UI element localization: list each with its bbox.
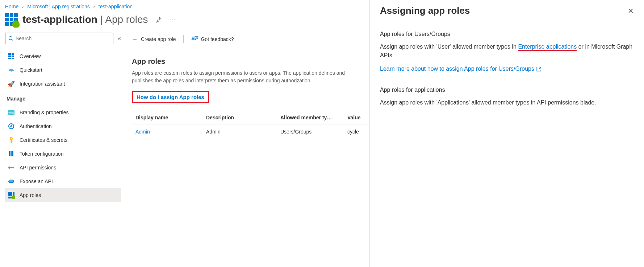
sidebar-item-api-permissions[interactable]: API permissions bbox=[5, 161, 121, 174]
assigning-app-roles-panel: Assigning app roles ✕ App roles for User… bbox=[369, 0, 644, 267]
api-permissions-icon bbox=[8, 164, 14, 171]
svg-rect-3 bbox=[12, 53, 14, 55]
breadcrumb-home[interactable]: Home bbox=[5, 4, 18, 9]
search-icon bbox=[8, 36, 13, 41]
svg-rect-6 bbox=[8, 58, 11, 59]
sidebar-item-label: Integration assistant bbox=[20, 81, 65, 87]
search-input[interactable] bbox=[16, 36, 110, 41]
chevron-right-icon: › bbox=[93, 4, 95, 9]
svg-marker-21 bbox=[13, 166, 14, 169]
svg-rect-4 bbox=[8, 56, 11, 57]
breadcrumb-current-app[interactable]: test-application bbox=[99, 4, 133, 9]
enterprise-applications-link[interactable]: Enterprise applications bbox=[518, 44, 577, 51]
sidebar-item-overview[interactable]: Overview bbox=[5, 49, 121, 63]
how-to-assign-link-highlight: How do I assign App roles bbox=[132, 91, 209, 103]
toolbar-label: Got feedback? bbox=[201, 36, 234, 42]
toolbar-label: Create app role bbox=[141, 36, 176, 42]
sidebar-item-branding[interactable]: www Branding & properties bbox=[5, 106, 121, 119]
svg-rect-7 bbox=[12, 58, 14, 59]
svg-line-1 bbox=[12, 40, 13, 41]
svg-rect-16 bbox=[9, 151, 10, 156]
sidebar-item-label: Branding & properties bbox=[20, 110, 68, 115]
rocket-icon: 🚀 bbox=[8, 81, 14, 87]
app-roles-icon bbox=[8, 192, 14, 198]
search-input-wrapper[interactable] bbox=[5, 33, 113, 44]
sidebar-item-authentication[interactable]: Authentication bbox=[5, 119, 121, 133]
sidebar: « Overview Quickstart 🚀 Integration assi… bbox=[0, 33, 123, 202]
breadcrumb-app-registrations[interactable]: Microsoft | App registrations bbox=[27, 4, 89, 9]
panel-section-users-groups-desc: Assign app roles with 'User' allowed mem… bbox=[380, 42, 634, 60]
section-description: App roles are custom roles to assign per… bbox=[132, 69, 364, 85]
sidebar-item-token-config[interactable]: Token configuration bbox=[5, 147, 121, 161]
collapse-sidebar-icon[interactable]: « bbox=[118, 35, 121, 42]
close-icon[interactable]: ✕ bbox=[628, 7, 634, 15]
sidebar-item-label: App roles bbox=[20, 192, 41, 198]
column-description[interactable]: Description bbox=[202, 111, 277, 124]
feedback-button[interactable]: ? Got feedback? bbox=[191, 36, 234, 42]
sidebar-item-quickstart[interactable]: Quickstart bbox=[5, 63, 121, 77]
chevron-right-icon: › bbox=[22, 4, 24, 9]
row-description: Admin bbox=[202, 124, 277, 139]
panel-section-applications-heading: App roles for applications bbox=[380, 87, 634, 93]
branding-icon: www bbox=[8, 109, 14, 116]
svg-line-26 bbox=[539, 67, 541, 69]
svg-marker-11 bbox=[11, 124, 12, 126]
column-display-name[interactable]: Display name bbox=[132, 111, 202, 124]
row-display-name-link[interactable]: Admin bbox=[135, 129, 150, 135]
token-icon bbox=[8, 151, 14, 157]
row-allowed-types: Users/Groups bbox=[277, 124, 344, 139]
more-icon[interactable]: ⋯ bbox=[169, 16, 176, 24]
sidebar-item-integration-assistant[interactable]: 🚀 Integration assistant bbox=[5, 77, 121, 91]
key-icon bbox=[8, 137, 14, 143]
panel-section-applications-desc: Assign app roles with 'Applications' all… bbox=[380, 98, 634, 107]
learn-more-users-groups-link[interactable]: Learn more about how to assign App roles… bbox=[380, 66, 541, 72]
column-allowed-member-types[interactable]: Allowed member ty… bbox=[277, 111, 344, 124]
authentication-icon bbox=[8, 123, 14, 130]
app-icon bbox=[5, 13, 18, 26]
page-title-suffix: | App roles bbox=[97, 14, 148, 25]
sidebar-item-label: Overview bbox=[20, 53, 41, 59]
sidebar-item-certificates[interactable]: Certificates & secrets bbox=[5, 133, 121, 147]
external-link-icon bbox=[536, 67, 541, 71]
sidebar-item-label: Certificates & secrets bbox=[20, 137, 67, 143]
sidebar-item-label: Expose an API bbox=[20, 178, 53, 184]
panel-title: Assigning app roles bbox=[380, 5, 470, 16]
toolbar-divider bbox=[183, 35, 184, 43]
svg-rect-5 bbox=[12, 56, 14, 57]
sidebar-section-manage: Manage bbox=[5, 91, 121, 104]
svg-point-0 bbox=[9, 37, 12, 40]
feedback-icon: ? bbox=[191, 36, 198, 42]
quickstart-icon bbox=[8, 67, 14, 73]
sidebar-item-label: Token configuration bbox=[20, 151, 63, 157]
svg-text:www: www bbox=[8, 111, 14, 114]
svg-rect-18 bbox=[12, 151, 13, 156]
create-app-role-button[interactable]: ＋ Create app role bbox=[132, 35, 176, 43]
overview-icon bbox=[8, 53, 14, 59]
sidebar-item-label: Quickstart bbox=[20, 67, 42, 73]
expose-api-icon bbox=[8, 178, 14, 185]
svg-point-23 bbox=[9, 180, 13, 182]
panel-section-users-groups-heading: App roles for Users/Groups bbox=[380, 31, 634, 37]
app-name: test-application bbox=[22, 14, 97, 25]
sidebar-item-app-roles[interactable]: App roles bbox=[5, 188, 121, 202]
how-to-assign-link[interactable]: How do I assign App roles bbox=[137, 94, 204, 100]
pin-icon[interactable] bbox=[155, 16, 162, 23]
sidebar-item-label: Authentication bbox=[20, 123, 52, 129]
plus-icon: ＋ bbox=[132, 35, 138, 43]
svg-rect-2 bbox=[8, 53, 11, 55]
svg-point-13 bbox=[11, 138, 12, 139]
svg-rect-14 bbox=[11, 140, 12, 143]
svg-rect-15 bbox=[11, 141, 13, 142]
svg-point-24 bbox=[192, 37, 194, 38]
sidebar-item-label: API permissions bbox=[20, 165, 56, 171]
sidebar-item-expose-api[interactable]: Expose an API bbox=[5, 174, 121, 188]
svg-rect-17 bbox=[11, 151, 12, 156]
